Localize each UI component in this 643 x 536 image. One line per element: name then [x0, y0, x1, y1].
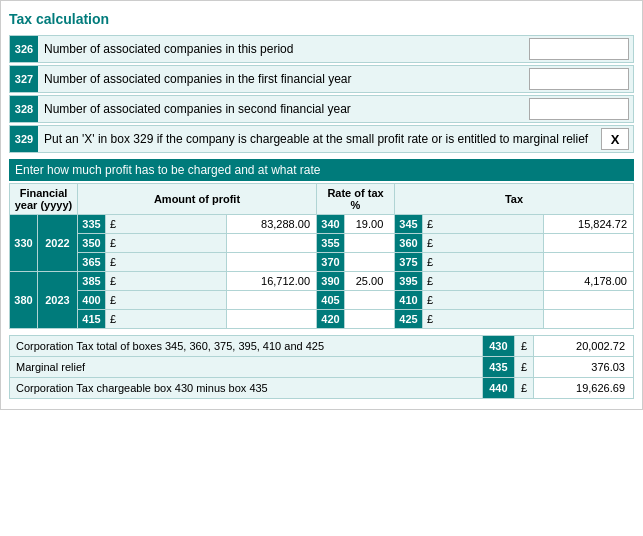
val-365[interactable] [227, 253, 317, 272]
pound1-335: £ [106, 215, 227, 234]
input-327[interactable] [529, 68, 629, 90]
summary-input-430[interactable] [540, 340, 627, 352]
rate-370[interactable] [345, 253, 395, 272]
pound2-345: £ [423, 215, 544, 234]
form-rows-section: 326 Number of associated companies in th… [9, 35, 634, 153]
input-rate-355[interactable] [349, 237, 390, 249]
box-355: 355 [317, 234, 345, 253]
rate-405[interactable] [345, 291, 395, 310]
box-num-328: 328 [10, 96, 38, 122]
tax-395[interactable] [544, 272, 634, 291]
box-num-329: 329 [10, 126, 38, 152]
summary-box-435: 435 [482, 357, 514, 378]
summary-row-440: Corporation Tax chargeable box 430 minus… [10, 378, 634, 399]
summary-row-435: Marginal relief 435 £ [10, 357, 634, 378]
box-370: 370 [317, 253, 345, 272]
pound2-360: £ [423, 234, 544, 253]
label-326: Number of associated companies in this p… [38, 38, 529, 60]
input-val-365[interactable] [231, 256, 312, 268]
section-header: Enter how much profit has to be charged … [9, 159, 634, 181]
input-val-415[interactable] [231, 313, 312, 325]
pound2-410: £ [423, 291, 544, 310]
input-val-385[interactable] [231, 275, 312, 287]
summary-section: Corporation Tax total of boxes 345, 360,… [9, 335, 634, 399]
form-row-327: 327 Number of associated companies in th… [9, 65, 634, 93]
summary-body: Corporation Tax total of boxes 345, 360,… [10, 336, 634, 399]
summary-value-435[interactable] [534, 357, 634, 378]
pound1-385: £ [106, 272, 227, 291]
rate-355[interactable] [345, 234, 395, 253]
input-rate-390[interactable] [349, 275, 390, 287]
box-340: 340 [317, 215, 345, 234]
input-rate-340[interactable] [349, 218, 390, 230]
val-335[interactable] [227, 215, 317, 234]
input-tax-360[interactable] [548, 237, 629, 249]
input-tax-410[interactable] [548, 294, 629, 306]
rate-340[interactable] [345, 215, 395, 234]
input-rate-405[interactable] [349, 294, 390, 306]
year-box-380: 380 [10, 272, 38, 329]
label-327: Number of associated companies in the fi… [38, 68, 529, 90]
box-400: 400 [78, 291, 106, 310]
pound2-395: £ [423, 272, 544, 291]
pound2-375: £ [423, 253, 544, 272]
profit-table-body: 330 2022 335 £ 340 345 £ 350 £ 355 3 [10, 215, 634, 329]
box-num-327: 327 [10, 66, 38, 92]
page-title: Tax calculation [9, 11, 634, 27]
tax-425[interactable] [544, 310, 634, 329]
input-val-350[interactable] [231, 237, 312, 249]
tax-360[interactable] [544, 234, 634, 253]
pound1-400: £ [106, 291, 227, 310]
form-row-328: 328 Number of associated companies in se… [9, 95, 634, 123]
box-390: 390 [317, 272, 345, 291]
rate-390[interactable] [345, 272, 395, 291]
val-415[interactable] [227, 310, 317, 329]
input-328[interactable] [529, 98, 629, 120]
pound2-425: £ [423, 310, 544, 329]
box-345: 345 [395, 215, 423, 234]
tax-calculation-container: Tax calculation 326 Number of associated… [0, 0, 643, 410]
tax-345[interactable] [544, 215, 634, 234]
summary-label-435: Marginal relief [10, 357, 483, 378]
summary-box-440: 440 [482, 378, 514, 399]
summary-value-440[interactable] [534, 378, 634, 399]
summary-pound-435: £ [514, 357, 533, 378]
val-350[interactable] [227, 234, 317, 253]
pound1-415: £ [106, 310, 227, 329]
rate-420[interactable] [345, 310, 395, 329]
summary-label-430: Corporation Tax total of boxes 345, 360,… [10, 336, 483, 357]
input-329[interactable] [601, 128, 629, 150]
box-375: 375 [395, 253, 423, 272]
input-val-400[interactable] [231, 294, 312, 306]
summary-input-440[interactable] [540, 382, 627, 394]
summary-value-430[interactable] [534, 336, 634, 357]
box-420: 420 [317, 310, 345, 329]
tax-375[interactable] [544, 253, 634, 272]
box-365: 365 [78, 253, 106, 272]
year-value-380: 2023 [38, 272, 78, 329]
val-385[interactable] [227, 272, 317, 291]
val-400[interactable] [227, 291, 317, 310]
col-tax-header: Tax [395, 184, 634, 215]
box-410: 410 [395, 291, 423, 310]
summary-input-435[interactable] [540, 361, 627, 373]
col-rate-header: Rate of tax% [317, 184, 395, 215]
form-row-326: 326 Number of associated companies in th… [9, 35, 634, 63]
label-328: Number of associated companies in second… [38, 98, 529, 120]
input-rate-420[interactable] [349, 313, 390, 325]
col-year-header: Financialyear (yyyy) [10, 184, 78, 215]
input-tax-345[interactable] [548, 218, 629, 230]
input-tax-425[interactable] [548, 313, 629, 325]
input-tax-375[interactable] [548, 256, 629, 268]
box-385: 385 [78, 272, 106, 291]
pound1-365: £ [106, 253, 227, 272]
box-405: 405 [317, 291, 345, 310]
tax-410[interactable] [544, 291, 634, 310]
input-val-335[interactable] [231, 218, 312, 230]
summary-pound-440: £ [514, 378, 533, 399]
input-326[interactable] [529, 38, 629, 60]
input-rate-370[interactable] [349, 256, 390, 268]
summary-box-430: 430 [482, 336, 514, 357]
summary-label-440: Corporation Tax chargeable box 430 minus… [10, 378, 483, 399]
input-tax-395[interactable] [548, 275, 629, 287]
